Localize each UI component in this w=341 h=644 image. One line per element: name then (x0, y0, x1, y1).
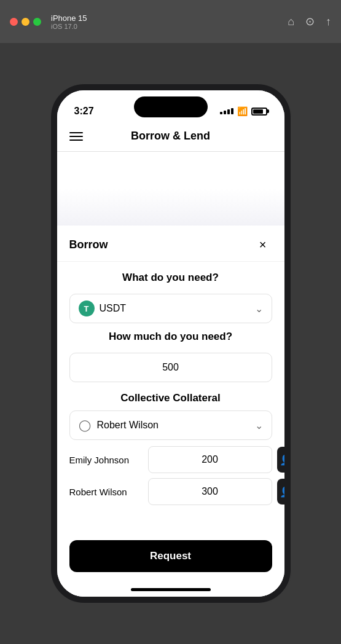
battery-fill (253, 109, 263, 114)
home-indicator (57, 582, 284, 597)
collateral-row-1: Robert Wilson 👤✖ (69, 478, 272, 505)
sim-controls: ⌂ ⊙ ↑ (288, 15, 331, 28)
menu-icon[interactable] (69, 132, 83, 141)
dynamic-island (134, 96, 208, 117)
amount-input[interactable] (69, 353, 272, 382)
collateral-name-1: Robert Wilson (69, 487, 143, 497)
status-right-icons: 📶 (220, 106, 267, 116)
close-button[interactable]: × (254, 235, 272, 254)
remove-button-0[interactable]: 👤✖ (277, 447, 284, 473)
close-traffic-light[interactable] (10, 18, 18, 26)
chevron-down-icon: ⌄ (255, 303, 263, 315)
token-label: USDT (100, 303, 127, 314)
collateral-name-0: Emily Johnson (69, 455, 143, 465)
battery-icon (251, 108, 267, 116)
phone-wrapper: 3:27 📶 (0, 43, 341, 644)
simulator-titlebar: iPhone 15 iOS 17.0 ⌂ ⊙ ↑ (0, 0, 341, 43)
usdt-icon: T (79, 300, 95, 316)
app-header: Borrow & Lend (57, 124, 284, 152)
remove-icon-0: 👤✖ (280, 454, 284, 466)
status-bar: 3:27 📶 (57, 90, 284, 124)
phone-screen: 3:27 📶 (57, 90, 284, 597)
how-much-label: How much do you need? (69, 331, 272, 343)
status-time: 3:27 (74, 106, 94, 117)
home-bar (131, 588, 211, 591)
screenshot-control-icon[interactable]: ⊙ (305, 15, 315, 28)
bg-area (57, 152, 284, 226)
maximize-traffic-light[interactable] (33, 18, 41, 26)
phone: 3:27 📶 (51, 84, 291, 603)
add-person-label: Robert Wilson (97, 420, 159, 431)
request-button-label: Request (150, 550, 191, 562)
collateral-amount-input-0[interactable] (148, 446, 272, 473)
bottom-sheet: Borrow × What do you need? T USDT (57, 226, 284, 597)
collateral-section: Collective Collateral ◯ Robert Wilson ⌄ (69, 392, 272, 510)
simulator-frame: iPhone 15 iOS 17.0 ⌂ ⊙ ↑ 3:27 (0, 0, 341, 644)
collateral-title: Collective Collateral (69, 392, 272, 404)
app-title: Borrow & Lend (131, 130, 210, 143)
traffic-lights (10, 18, 41, 26)
sheet-header: Borrow × (57, 226, 284, 262)
share-control-icon[interactable]: ↑ (326, 15, 331, 28)
person-dropdown[interactable]: ◯ Robert Wilson ⌄ (69, 410, 272, 440)
sheet-content: What do you need? T USDT ⌄ How much do y… (57, 262, 284, 535)
person-icon: ◯ (79, 418, 92, 432)
home-control-icon[interactable]: ⌂ (288, 15, 294, 28)
remove-icon-1: 👤✖ (280, 486, 284, 498)
os-version-label: iOS 17.0 (51, 23, 87, 30)
what-label: What do you need? (69, 272, 272, 284)
remove-button-1[interactable]: 👤✖ (277, 479, 284, 505)
wifi-icon: 📶 (237, 106, 248, 116)
token-dropdown[interactable]: T USDT ⌄ (69, 294, 272, 323)
minimize-traffic-light[interactable] (22, 18, 29, 26)
sim-title-block: iPhone 15 iOS 17.0 (51, 14, 87, 30)
signal-icon (220, 108, 233, 114)
sheet-title: Borrow (69, 238, 108, 251)
device-name-label: iPhone 15 (51, 14, 87, 23)
person-chevron-down-icon: ⌄ (255, 420, 263, 431)
collateral-row-0: Emily Johnson 👤✖ (69, 446, 272, 473)
collateral-amount-input-1[interactable] (148, 478, 272, 505)
request-button[interactable]: Request (69, 540, 272, 572)
